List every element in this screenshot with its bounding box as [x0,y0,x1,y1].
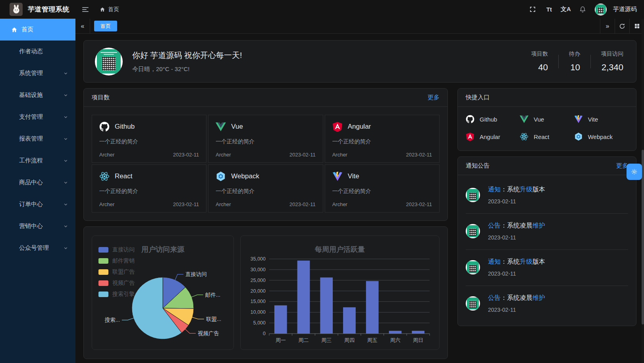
project-card-webpack[interactable]: Webpack 一个正经的简介 Archer 2023-02-11 [208,164,323,212]
tab-home[interactable]: 首页 [94,21,117,31]
notice-item-2[interactable]: 通知：系统升级版本 2023-02-11 [466,249,628,286]
legend-item-4[interactable]: 搜索引擎 [98,291,135,298]
legend-swatch [98,247,108,253]
project-date: 2023-02-11 [406,201,432,207]
project-date: 2023-02-11 [173,152,199,158]
shortcut-label: React [534,133,549,140]
legend-swatch [98,292,108,297]
project-name: Vue [231,123,243,131]
sidebar-item-3[interactable]: 基础设施 [0,84,75,106]
gear-icon [631,168,638,175]
webpack-icon [574,132,583,141]
bar-chart[interactable]: 05,00010,00015,00020,00025,00030,00035,0… [241,236,439,349]
project-card-react[interactable]: React 一个正经的简介 Archer 2023-02-11 [92,164,206,212]
tabs-scroll-left-button[interactable]: « [75,19,90,33]
shortcut-angular[interactable]: Angular [466,132,520,141]
locale-button[interactable]: 文A [559,3,573,16]
refresh-icon [619,23,625,29]
username[interactable]: 芋道源码 [613,6,637,13]
svg-text:周二: 周二 [299,337,309,343]
stat-1: 待办 10 [559,50,590,73]
project-date: 2023-02-11 [289,152,316,158]
shortcut-github[interactable]: Github [466,115,520,124]
shortcut-label: Vue [534,116,544,123]
banner-avatar [95,48,123,75]
project-description: 一个正经的简介 [332,188,432,195]
page-scrollbar[interactable] [642,19,644,363]
app-title: 芋道管理系统 [28,5,69,14]
user-avatar[interactable] [595,4,607,15]
webpack-icon [216,171,226,182]
chevron-down-icon [63,93,68,98]
sidebar-item-1[interactable]: 作者动态 [0,41,75,62]
project-card-github[interactable]: Github 一个正经的简介 Archer 2023-02-11 [92,115,206,163]
app-logo[interactable] [10,3,23,16]
svg-text:周六: 周六 [390,337,400,343]
project-name: Github [115,123,135,131]
legend-item-2[interactable]: 联盟广告 [98,268,135,276]
project-author: Archer [216,201,231,207]
font-size-button[interactable]: Tt [542,3,556,16]
projects-card: 项目数 更多 Github 一个正经的简介 Archer 2023-02-11 … [83,88,448,221]
bar-chart-card: 每周用户活跃量 05,00010,00015,00020,00025,00030… [240,236,440,350]
project-author: Archer [332,152,347,158]
sidebar-item-0[interactable]: 首页 [0,19,75,41]
sidebar-item-4[interactable]: 支付管理 [0,106,75,128]
main-content: 你好 芋道源码 祝你开心每一天! 今日晴，20°C - 32°C! 项目数 40… [75,34,644,363]
home-icon [100,7,105,12]
notice-item-3[interactable]: 公告：系统凌晨维护 2023-02-11 [466,286,628,322]
project-description: 一个正经的简介 [99,188,199,195]
shortcut-vue[interactable]: Vue [520,115,574,124]
chevron-down-icon [63,136,68,141]
sidebar-item-2[interactable]: 系统管理 [0,62,75,84]
chevron-down-icon [63,71,68,76]
legend-item-1[interactable]: 邮件营销 [98,257,135,265]
sidebar-item-6[interactable]: 工作流程 [0,150,75,172]
fullscreen-button[interactable] [526,3,539,16]
project-card-vue[interactable]: Vue 一个正经的简介 Archer 2023-02-11 [208,115,323,163]
sidebar-item-5[interactable]: 报表管理 [0,128,75,150]
shortcut-vite[interactable]: Vite [574,115,628,124]
svg-text:联盟...: 联盟... [206,316,221,322]
shortcuts-card-title: 快捷入口 [466,94,490,101]
notice-avatar [466,224,480,238]
vite-icon [574,115,583,124]
notices-card: 通知公告 更多 通知：系统升级版本 2023-02-11 公告：系统凌晨维护 2… [457,156,636,326]
breadcrumb[interactable]: 首页 [100,6,119,13]
project-description: 一个正经的简介 [216,138,315,145]
notification-button[interactable] [576,3,589,16]
sidebar-item-9[interactable]: 营销中心 [0,215,75,237]
shortcut-react[interactable]: React [520,132,574,141]
rabbit-logo-icon [11,4,21,15]
shortcut-webpack[interactable]: Webpack [574,132,628,141]
notice-title: 通知：系统升级版本 [488,258,545,266]
project-card-angular[interactable]: Angular 一个正经的简介 Archer 2023-02-11 [325,115,440,163]
notice-item-1[interactable]: 公告：系统凌晨维护 2023-02-11 [466,213,628,249]
tab-label: 首页 [100,23,111,30]
project-card-vite[interactable]: Vite 一个正经的简介 Archer 2023-02-11 [325,164,440,212]
locale-icon: 文A [561,6,571,13]
notice-title: 公告：系统凌晨维护 [488,294,545,302]
notice-list: 通知：系统升级版本 2023-02-11 公告：系统凌晨维护 2023-02-1… [458,175,636,326]
svg-text:直接访问: 直接访问 [185,271,207,277]
legend-item-0[interactable]: 直接访问 [98,246,135,253]
projects-more-link[interactable]: 更多 [428,94,440,101]
menu-fold-icon[interactable] [80,5,91,14]
sidebar-item-7[interactable]: 商品中心 [0,172,75,193]
svg-text:10,000: 10,000 [251,309,266,315]
banner-stats: 项目数 40 待办 10 项目访问 2,340 [521,50,625,73]
project-author: Archer [216,152,231,158]
project-name: Angular [348,123,371,131]
theme-settings-button[interactable] [627,164,642,180]
sidebar-item-8[interactable]: 订单中心 [0,193,75,215]
notice-date: 2023-02-11 [488,307,545,313]
sidebar-item-label: 基础设施 [19,91,43,99]
refresh-button[interactable] [615,19,629,33]
sidebar-item-10[interactable]: 公众号管理 [0,237,75,259]
pie-legend: 直接访问 邮件营销 联盟广告 视频广告 搜索引擎 [98,246,135,298]
notice-item-0[interactable]: 通知：系统升级版本 2023-02-11 [466,178,628,213]
notice-avatar [466,188,480,202]
legend-item-3[interactable]: 视频广告 [98,280,135,287]
tabs-scroll-right-button[interactable]: » [600,19,615,33]
sidebar-item-label: 订单中心 [19,201,43,208]
